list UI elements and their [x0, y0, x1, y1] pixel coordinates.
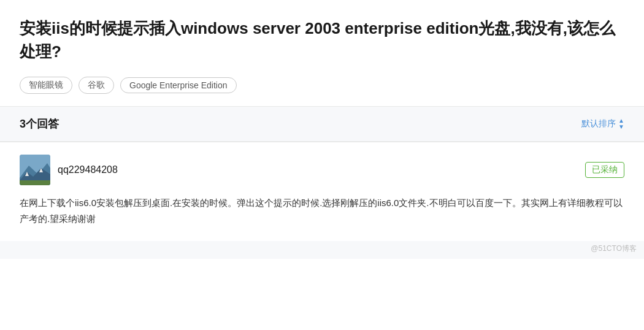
user-info: qq229484208 — [20, 155, 118, 185]
answers-count: 3个回答 — [20, 117, 59, 131]
page-wrapper: 安装iis的时候提示插入windows server 2003 enterpri… — [0, 0, 644, 259]
sort-label: 默认排序 — [581, 118, 616, 129]
tag[interactable]: 智能眼镜 — [20, 77, 72, 94]
tag[interactable]: 谷歌 — [79, 77, 114, 94]
svg-rect-3 — [20, 180, 50, 185]
answer-body: 在网上下载个iis6.0安装包解压到桌面.在安装的时候。弹出这个提示的时候.选择… — [20, 195, 624, 226]
answers-container: qq229484208 已采纳 在网上下载个iis6.0安装包解压到桌面.在安装… — [0, 142, 644, 259]
tags-row: 智能眼镜谷歌Google Enterprise Edition — [20, 77, 624, 94]
username: qq229484208 — [58, 164, 118, 175]
answer-item: qq229484208 已采纳 在网上下载个iis6.0安装包解压到桌面.在安装… — [0, 142, 644, 241]
answers-section: 3个回答 默认排序 ▲ ▼ — [0, 107, 644, 259]
sort-control[interactable]: 默认排序 ▲ ▼ — [581, 118, 624, 130]
question-section: 安装iis的时候提示插入windows server 2003 enterpri… — [0, 0, 644, 107]
adopted-badge: 已采纳 — [585, 162, 624, 178]
watermark: @51CTO博客 — [0, 241, 644, 259]
avatar-image — [20, 155, 50, 185]
answers-header: 3个回答 默认排序 ▲ ▼ — [0, 107, 644, 142]
answer-header: qq229484208 已采纳 — [20, 155, 624, 185]
avatar — [20, 155, 50, 185]
question-title: 安装iis的时候提示插入windows server 2003 enterpri… — [20, 17, 624, 63]
tag[interactable]: Google Enterprise Edition — [120, 77, 237, 93]
sort-arrows-icon: ▲ ▼ — [618, 118, 624, 130]
